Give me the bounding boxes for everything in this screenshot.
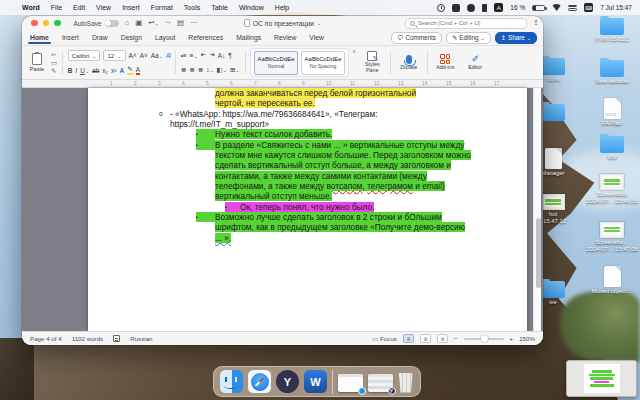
autosave-toggle[interactable]	[105, 20, 119, 27]
scrollbar-thumb[interactable]	[536, 218, 541, 288]
align-center-icon[interactable]: ≣	[189, 66, 194, 74]
doc-line[interactable]: чертой, не пересекать ее.	[215, 98, 527, 108]
pilcrow-icon[interactable]: ¶	[228, 52, 232, 59]
doc-line[interactable]: ▪Возможно лучше сделать заголовок в 2 ст…	[215, 212, 527, 222]
window-titlebar[interactable]: AutoSave ⌂ ▣ ↩⌄ ↪ ▤ ⋯ ОС по презентации …	[22, 16, 543, 30]
italic-button[interactable]: I	[75, 67, 77, 74]
ruler[interactable]: 1234567891011121314151617	[22, 80, 543, 88]
styles-pane-button[interactable]: Styles Pane	[359, 48, 385, 77]
dock-trash-icon[interactable]	[398, 373, 413, 393]
proofing-icon[interactable]	[113, 335, 120, 342]
font-name-select[interactable]: Calibri⌄	[68, 50, 101, 61]
doc-line[interactable]: https://t.me/IT_m_support»	[170, 119, 527, 129]
menu-word[interactable]: Word	[22, 4, 40, 11]
editing-button[interactable]: ✎ Editing⌄	[446, 32, 491, 44]
screenshot-preview-thumbnail[interactable]	[566, 360, 637, 397]
tab-draw[interactable]: Draw	[92, 32, 108, 43]
word-count[interactable]: 1102 words	[72, 335, 104, 342]
tab-mailings[interactable]: Mailings	[236, 32, 261, 43]
clear-formatting-icon[interactable]: A̸	[166, 52, 170, 59]
desktop-icon-vw[interactable]: VW	[582, 136, 640, 161]
superscript-button[interactable]: x²	[111, 67, 116, 74]
web-layout-view-button[interactable]: ≣	[420, 334, 431, 343]
zoom-out-icon[interactable]: −	[454, 335, 458, 342]
redo-icon[interactable]: ↪	[165, 19, 171, 27]
bold-button[interactable]: B	[68, 67, 73, 74]
bullets-icon[interactable]: •≡	[181, 52, 187, 59]
dock-safari-icon[interactable]	[248, 370, 271, 393]
more-commands-icon[interactable]: ⋯	[190, 19, 198, 27]
doc-line[interactable]: ▪В разделе «Свяжитесь с нами ... » верти…	[215, 140, 527, 150]
align-right-icon[interactable]: ≣	[198, 66, 203, 74]
share-button[interactable]: ↥ Share⌄	[495, 32, 537, 44]
doc-line[interactable]: должна заканчиваться перед белой горизон…	[215, 88, 527, 98]
vertical-scrollbar[interactable]	[533, 88, 541, 331]
tab-layout[interactable]: Layout	[155, 32, 175, 43]
menu-file[interactable]: File	[51, 4, 62, 11]
tab-insert[interactable]: Insert	[62, 32, 79, 43]
cut-icon[interactable]: ✂	[51, 51, 57, 59]
menu-table[interactable]: Table	[211, 4, 228, 11]
sort-icon[interactable]: A↓	[218, 52, 226, 59]
style-normal[interactable]: AaBbCcDdEeNormal	[254, 51, 298, 75]
zoom-button[interactable]	[54, 20, 61, 27]
zoom-in-icon[interactable]: +	[510, 335, 514, 342]
borders-icon[interactable]: ⊞⌄	[230, 66, 240, 74]
app-status-icon-1[interactable]	[452, 4, 460, 12]
search-input[interactable]	[418, 20, 522, 26]
dock-minimized-window-icon[interactable]	[338, 374, 363, 392]
highlight-color-icon[interactable]: ✎	[127, 65, 132, 75]
search-field[interactable]	[405, 18, 527, 29]
doc-line[interactable]: телефонами, а также между вотсапом, теле…	[215, 181, 527, 191]
dock-yandex-browser-icon[interactable]: Y	[276, 370, 299, 393]
shrink-font-icon[interactable]: A˅	[140, 52, 148, 59]
outline-view-button[interactable]: ≣	[437, 334, 448, 343]
tab-review[interactable]: Review	[274, 32, 296, 43]
numbering-icon[interactable]: ≡⌄	[190, 52, 198, 59]
tab-view[interactable]: View	[309, 32, 324, 43]
line-spacing-icon[interactable]: ↕⌄	[206, 66, 213, 73]
tab-references[interactable]: References	[188, 32, 223, 43]
outdent-icon[interactable]: ⇤	[201, 51, 206, 59]
battery-icon[interactable]	[532, 5, 545, 11]
change-case-icon[interactable]: Aa⌄	[151, 52, 163, 59]
focus-toggle[interactable]: ▭ Focus	[372, 335, 397, 342]
comments-button[interactable]: 🗩 Comments	[391, 32, 442, 44]
input-source-icon[interactable]: ⌨	[584, 3, 593, 12]
desktop-icon-fa-plan[interactable]: DOCXFA Plan	[582, 98, 640, 127]
indent-icon[interactable]: ⇥	[209, 51, 214, 59]
print-icon[interactable]: ▤	[177, 19, 184, 27]
zoom-slider[interactable]	[464, 338, 504, 340]
dock-minimized-window-yandex-icon[interactable]: Y	[368, 374, 393, 392]
save-icon[interactable]: ▣	[135, 19, 142, 27]
underline-button[interactable]: U⌄	[80, 67, 89, 74]
home-icon[interactable]: ⌂	[125, 19, 130, 27]
doc-line[interactable]: ... ».	[215, 233, 527, 243]
doc-line[interactable]: вертикальный отступ меньше.	[215, 191, 527, 201]
dock-finder-icon[interactable]	[220, 370, 243, 393]
menu-format[interactable]: Format	[151, 4, 173, 11]
font-color-icon[interactable]: A	[136, 66, 140, 75]
strikethrough-button[interactable]: ab	[92, 67, 99, 74]
share-sheet-icon[interactable]: ↥	[533, 19, 539, 27]
minimize-button[interactable]	[43, 20, 50, 27]
doc-line[interactable]: ▪Ок, теперь понял, что нужно было.	[240, 202, 527, 212]
tab-design[interactable]: Design	[121, 32, 142, 43]
desktop-icon-screensho-2024-07-15-47-08[interactable]: Screensho… 2024-07-…15.47.08	[582, 222, 640, 252]
language-status[interactable]: Russian	[130, 335, 152, 342]
align-left-icon[interactable]: ≣	[181, 66, 186, 74]
dock-word-icon[interactable]: W	[304, 370, 327, 393]
editor-button[interactable]: ✐ Editor	[462, 48, 488, 77]
desktop-icon-it-in-us-llc[interactable]: IT-IN US LLC	[582, 18, 640, 43]
format-painter-icon[interactable]: ✎	[51, 67, 57, 75]
wifi-icon[interactable]	[552, 4, 561, 11]
styles-gallery-more-icon[interactable]: ›	[353, 48, 355, 77]
close-button[interactable]	[31, 20, 38, 27]
doc-line[interactable]: o- «WhatsApp: https://wa.me/79636684641»…	[170, 109, 527, 119]
tab-home[interactable]: Home	[30, 32, 49, 43]
copy-icon[interactable]: ▭	[51, 59, 57, 67]
desktop-icon-new-website[interactable]: New website	[582, 60, 640, 85]
doc-line[interactable]: ▪Нужно текст ссылок добавить.	[215, 129, 527, 139]
app-status-icon-3[interactable]	[482, 4, 487, 12]
desktop-icon-moved-object-[interactable]: Moved object…	[582, 266, 640, 295]
